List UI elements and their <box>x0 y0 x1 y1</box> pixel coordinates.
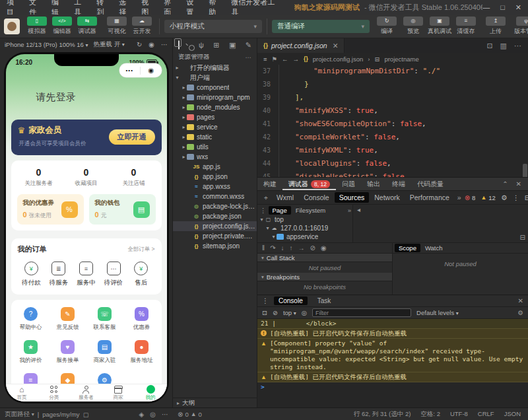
breadcrumb-file[interactable]: project.config.json <box>313 55 364 63</box>
files-icon[interactable] <box>178 41 180 49</box>
filesystem-tab[interactable]: Filesystem <box>292 206 329 215</box>
tree-item[interactable]: ▸ service <box>173 122 257 132</box>
tree-item[interactable]: ▸ component <box>173 83 257 92</box>
tree-item[interactable]: ▸ utils <box>173 142 257 152</box>
status-item[interactable]: JSON <box>504 410 521 419</box>
context-select[interactable]: top ▾ <box>283 309 296 316</box>
nav-forward-icon[interactable]: → <box>293 55 300 63</box>
expand-icon[interactable]: ⊟ <box>520 234 525 241</box>
nav-back-icon[interactable]: ← <box>282 55 288 63</box>
tree-item[interactable]: ≈ common.wxss <box>173 192 257 201</box>
mode-select[interactable]: 小程序模式▾ <box>164 20 262 33</box>
kebab-menu-icon[interactable]: ⋮ <box>262 297 269 304</box>
tree-item[interactable]: ◍ package.json <box>173 211 257 221</box>
all-orders-link[interactable]: 全部订单 > <box>127 246 154 254</box>
toolbar-button[interactable]: ↥ 上传 <box>483 17 508 36</box>
tree-item[interactable]: ▸ 打开的编辑器 <box>173 63 257 73</box>
menu-grid-item[interactable]: % 优惠券 <box>123 307 160 332</box>
status-tool-icon[interactable]: ⋯ <box>162 411 168 418</box>
scrollbar-thumb[interactable] <box>523 164 527 177</box>
tree-item[interactable]: ▾ ▢ top <box>257 215 352 224</box>
more-actions-icon[interactable]: ⋯ <box>514 42 521 50</box>
menu-grid-item[interactable]: ? 帮助中心 <box>13 307 50 332</box>
simulator-header-icon[interactable]: ◉ <box>148 41 154 48</box>
debug-control-icon[interactable]: → <box>298 244 305 252</box>
toolbar-button[interactable]: ⇆ 调试器 <box>75 17 100 36</box>
close-tab-icon[interactable]: ✕ <box>333 42 339 50</box>
tab-merchants[interactable]: 商家 <box>102 384 135 402</box>
kebab-menu-icon[interactable]: ⋮ <box>259 207 268 214</box>
tab-workers[interactable]: 服务者 <box>70 384 102 402</box>
devtools-tab[interactable]: Performance <box>405 192 454 203</box>
breakpoints-header[interactable]: ▾Breakpoints <box>257 273 392 281</box>
toolbar-button[interactable]: ψ 版本管理 <box>513 17 528 36</box>
simulator-header-icon[interactable]: ↻ <box>137 41 142 48</box>
debugger-tab[interactable]: 代码质量 <box>411 178 449 190</box>
dock-side-icon[interactable]: ⊟ <box>525 193 528 201</box>
user-avatar[interactable] <box>4 18 20 34</box>
toolbar-button[interactable]: ☁ 云开发 <box>129 17 154 36</box>
minimize-button[interactable]: — <box>482 3 490 12</box>
scope-tab[interactable]: Scope <box>395 244 420 252</box>
tab-overflow-icon[interactable]: » <box>455 193 464 201</box>
console-sidebar-icon[interactable]: ⊡ <box>262 309 267 316</box>
debug-control-icon[interactable]: ↑ <box>290 244 293 252</box>
close-button[interactable]: ✕ <box>515 3 521 12</box>
tab-mine[interactable]: 我的 <box>135 384 167 402</box>
code-editor[interactable]: 37"miniprogramNpmDistDir": "./"38}39],40… <box>257 65 528 177</box>
order-status-item[interactable]: ¥ 待付款 <box>18 262 46 287</box>
clear-console-icon[interactable]: ⊘ <box>273 309 278 316</box>
tree-item[interactable]: ▾ appservice <box>257 232 352 241</box>
status-item[interactable]: 空格: 2 <box>420 410 440 419</box>
status-tool-icon[interactable]: ◎ <box>150 411 156 418</box>
git-branch-icon[interactable]: ψ <box>199 41 204 49</box>
tree-item[interactable]: {} sitemap.json <box>173 241 257 251</box>
devtools-tab[interactable]: Wxml <box>272 192 298 203</box>
outline-section[interactable]: ▸ 大纲 <box>173 398 257 407</box>
miniprogram-capsule[interactable]: ••• ◉ <box>119 63 162 77</box>
close-panel-icon[interactable]: ✕ <box>516 180 521 188</box>
toolbar-button[interactable]: ≡ 清缓存 <box>453 17 478 36</box>
console-messages[interactable]: 21 | </block>![自动热重载] 已开启代码文件保存后自动热重载▲[C… <box>257 319 528 407</box>
page-path-value[interactable]: pages/my/my <box>42 411 80 418</box>
kebab-menu-icon[interactable]: ⋮ <box>512 193 519 201</box>
simulator-header-icon[interactable]: ⋯ <box>161 41 168 48</box>
console-tab[interactable]: Console <box>274 297 308 305</box>
order-status-item[interactable]: ⋯ 待评价 <box>100 262 127 287</box>
tree-item[interactable]: JS app.js <box>173 162 257 172</box>
compile-mode-select[interactable]: 普通编译▾ <box>272 20 370 33</box>
edit-tool-icon[interactable]: ✎ <box>246 41 251 50</box>
debugger-tab[interactable]: 构建 <box>257 178 282 190</box>
debugger-tab[interactable]: 调试器 8, 12 <box>282 178 336 190</box>
devtools-tab[interactable]: Sources <box>335 192 370 203</box>
tree-item[interactable]: ≈ app.wxss <box>173 182 257 192</box>
extensions-icon[interactable]: ▣ <box>229 41 236 50</box>
tab-home[interactable]: ⌂ 首页 <box>6 384 38 402</box>
debug-control-icon[interactable]: ‖ <box>262 244 265 252</box>
debug-control-icon[interactable]: ↓ <box>281 244 284 252</box>
toolbar-button[interactable]: ▣ 真机调试 <box>427 17 452 36</box>
tree-item[interactable]: ◍ package-lock.json <box>173 201 257 211</box>
order-status-item[interactable]: ¥ 售后 <box>127 262 155 287</box>
tab-category[interactable]: 分类 <box>38 384 70 402</box>
debug-control-icon[interactable]: ◉ <box>321 244 327 252</box>
stat-item[interactable]: 0 收藏项目 <box>63 167 110 188</box>
collapse-panel-icon[interactable]: ⌃ <box>502 180 508 188</box>
warning-count-icon[interactable]: ▲ <box>191 411 197 417</box>
vip-activate-button[interactable]: 立即开通 <box>109 129 155 145</box>
watch-tab[interactable]: Watch <box>421 244 447 252</box>
more-dots-icon[interactable]: ••• <box>119 67 141 73</box>
error-count-icon[interactable]: ⊗ <box>178 411 183 418</box>
filter-input[interactable] <box>312 308 411 317</box>
toolbar-button[interactable]: ↻ 编译 <box>374 17 399 36</box>
status-item[interactable]: CRLF <box>478 410 494 419</box>
tree-item[interactable]: ▾ 用户端 <box>173 73 257 83</box>
more-actions-icon[interactable]: ⋯ <box>246 53 252 61</box>
inspect-element-icon[interactable]: ⌖ <box>264 193 268 202</box>
menu-grid-item[interactable]: ● 服务地址 <box>123 340 160 365</box>
menu-grid-item[interactable]: ▤ 商家入驻 <box>86 340 123 365</box>
tree-item[interactable]: ▸ pages <box>173 112 257 122</box>
menu-grid-item[interactable]: ✎ 意见反馈 <box>50 307 86 332</box>
tree-item[interactable]: {} project.private.config.js... <box>173 231 257 241</box>
debug-control-icon[interactable]: ⊘ <box>310 244 315 252</box>
